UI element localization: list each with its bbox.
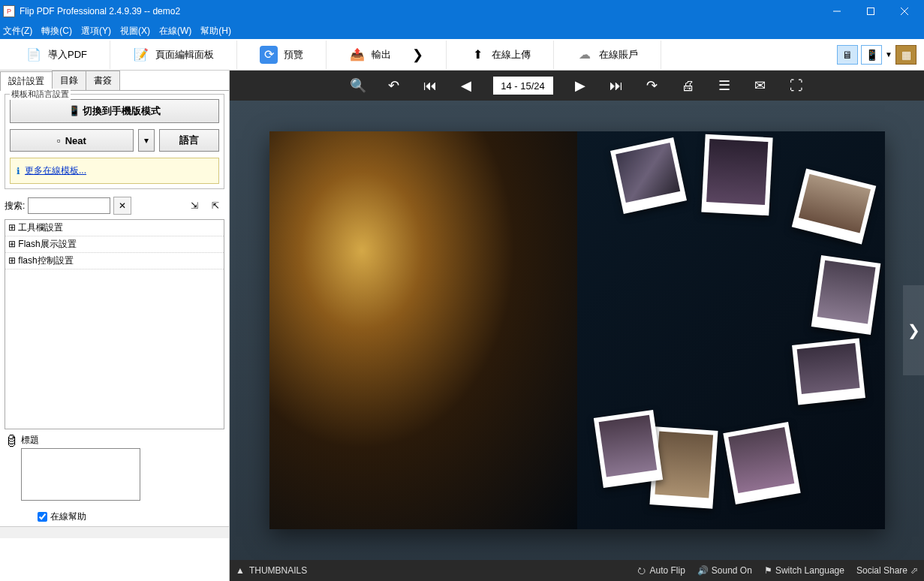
clear-search-button[interactable]: ✕ (113, 197, 131, 215)
theme-button[interactable]: ▫Neat (10, 129, 134, 152)
view-dropdown[interactable]: ▼ (885, 50, 892, 59)
svg-rect-1 (867, 8, 874, 15)
upload-icon: ⬆ (469, 47, 486, 63)
online-help-checkbox[interactable]: 在線幫助 (38, 510, 221, 523)
title-textarea[interactable] (21, 448, 140, 501)
preview-button[interactable]: ⟳預覽 (237, 41, 327, 69)
close-button[interactable] (887, 0, 921, 23)
flipbook[interactable] (269, 131, 885, 529)
search-label: 搜索: (5, 200, 25, 212)
share-icon: ⬀ (910, 565, 918, 576)
prop-row-toolbar[interactable]: ⊞ 工具欄設置 (5, 220, 224, 236)
sound-icon: 🔊 (697, 565, 709, 576)
print-icon[interactable]: 🖨 (679, 77, 697, 95)
sound-button[interactable]: 🔊Sound On (697, 565, 752, 576)
collapse-button[interactable]: ⇱ (206, 197, 224, 215)
db-icon: 🛢 (5, 434, 18, 450)
thumbnails-label[interactable]: THUMBNAILS (249, 565, 307, 576)
social-share-button[interactable]: Social Share⬀ (856, 565, 918, 576)
refresh-icon: ⟳ (260, 46, 278, 64)
view-mobile-button[interactable]: 📱 (861, 45, 882, 65)
menu-online[interactable]: 在線(W) (159, 25, 191, 38)
left-page (269, 131, 577, 529)
menu-view[interactable]: 視圖(X) (120, 25, 150, 38)
next-page-icon[interactable]: ▶ (571, 77, 589, 95)
tab-bookmark[interactable]: 書簽 (86, 71, 120, 90)
last-page-icon[interactable]: ⏭ (607, 77, 625, 95)
cloud-icon: ☁ (576, 47, 593, 63)
menu-file[interactable]: 文件(Z) (3, 25, 32, 38)
main-toolbar: 📄導入PDF 📝頁面編輯面板 ⟳預覽 📤輸出❯ ⬆在線上傳 ☁在線賬戶 🖥 📱 … (0, 39, 924, 71)
prev-page-icon[interactable]: ◀ (457, 77, 475, 95)
tab-toc[interactable]: 目錄 (52, 71, 86, 90)
output-button[interactable]: 📤輸出❯ (327, 41, 447, 69)
autoflip-icon: ⭮ (637, 565, 646, 576)
minimize-button[interactable] (820, 0, 853, 23)
right-page (577, 131, 885, 529)
thumbnails-expand-icon[interactable]: ▲ (236, 565, 245, 576)
preview-pane: 🔍 ↶ ⏮ ◀ 14 - 15/24 ▶ ⏭ ↷ 🖨 ☰ ✉ ⛶ (230, 71, 924, 581)
theme-icon: ▫ (57, 135, 61, 146)
titlebar: P Flip PDF Professional 2.4.9.39 -- demo… (0, 0, 924, 23)
menubar: 文件(Z) 轉換(C) 選項(Y) 視圖(X) 在線(W) 幫助(H) (0, 23, 924, 39)
more-templates-link[interactable]: 更多在線模板... (25, 161, 86, 180)
output-icon: 📤 (349, 47, 366, 63)
fullscreen-icon[interactable]: ⛶ (787, 77, 805, 95)
menu-help[interactable]: 幫助(H) (200, 25, 231, 38)
view-desktop-button[interactable]: 🖥 (837, 45, 858, 65)
autoflip-button[interactable]: ⭮Auto Flip (637, 565, 685, 576)
view-grid-button[interactable]: ▦ (895, 45, 916, 65)
list-icon[interactable]: ☰ (715, 77, 733, 95)
theme-dropdown[interactable]: ▾ (138, 129, 155, 152)
prop-row-flash-display[interactable]: ⊞ Flash展示設置 (5, 236, 224, 253)
preview-toolbar: 🔍 ↶ ⏮ ◀ 14 - 15/24 ▶ ⏭ ↷ 🖨 ☰ ✉ ⛶ (230, 71, 924, 101)
expand-button[interactable]: ⇲ (185, 197, 203, 215)
mobile-icon: 📱 (68, 105, 80, 116)
menu-options[interactable]: 選項(Y) (81, 25, 111, 38)
flag-icon: ⚑ (764, 565, 772, 576)
app-icon: P (3, 5, 15, 17)
sidebar-tabs: 設計設置 目錄 書簽 (0, 71, 229, 91)
search-input[interactable] (28, 197, 110, 214)
edit-icon: 📝 (133, 47, 149, 63)
mobile-mode-button[interactable]: 📱 切換到手機版模式 (10, 99, 219, 123)
sidebar: 設計設置 目錄 書簽 模板和語言設置 📱 切換到手機版模式 ▫Neat ▾ 語言… (0, 71, 230, 581)
page-indicator[interactable]: 14 - 15/24 (493, 77, 553, 95)
title-label: 標題 (21, 434, 224, 447)
property-list[interactable]: ⊞ 工具欄設置 ⊞ Flash展示設置 ⊞ flash控制設置 (5, 219, 224, 429)
prop-row-flash-control[interactable]: ⊞ flash控制設置 (5, 253, 224, 269)
maximize-button[interactable] (853, 0, 887, 23)
pdf-icon: 📄 (26, 47, 42, 63)
preview-footer: ▲ THUMBNAILS ⭮Auto Flip 🔊Sound On ⚑Switc… (230, 560, 924, 581)
window-title: Flip PDF Professional 2.4.9.39 -- demo2 (20, 6, 820, 17)
upload-button[interactable]: ⬆在線上傳 (447, 41, 554, 69)
import-pdf-button[interactable]: 📄導入PDF (3, 41, 110, 69)
redo-icon[interactable]: ↷ (643, 77, 661, 95)
next-arrow[interactable]: ❯ (903, 285, 924, 375)
edit-panel-button[interactable]: 📝頁面編輯面板 (110, 41, 237, 69)
switch-language-button[interactable]: ⚑Switch Language (764, 565, 844, 576)
template-lang-group: 模板和語言設置 📱 切換到手機版模式 ▫Neat ▾ 語言 ℹ 更多在線模板..… (5, 94, 224, 189)
mail-icon[interactable]: ✉ (751, 77, 769, 95)
sidebar-statusbar (0, 526, 229, 538)
zoom-icon[interactable]: 🔍 (349, 77, 367, 95)
menu-convert[interactable]: 轉換(C) (41, 25, 72, 38)
info-icon: ℹ (17, 166, 20, 176)
search-row: 搜索: ✕ ⇲ ⇱ (5, 197, 224, 215)
first-page-icon[interactable]: ⏮ (421, 77, 439, 95)
undo-icon[interactable]: ↶ (385, 77, 403, 95)
book-area: ❯ (230, 101, 924, 560)
language-button[interactable]: 語言 (159, 129, 219, 152)
group-legend: 模板和語言設置 (10, 89, 71, 100)
account-button[interactable]: ☁在線賬戶 (554, 41, 661, 69)
